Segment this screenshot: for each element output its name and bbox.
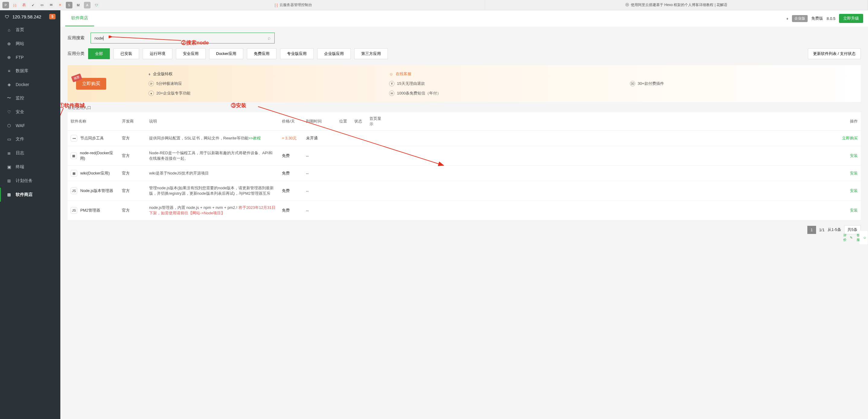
nav-item-5[interactable]: 〜监控: [0, 91, 60, 105]
software-name: 节点同步工具: [80, 136, 104, 141]
search-label: 应用搜索: [68, 35, 85, 41]
category-btn-7[interactable]: 企业版应用: [317, 48, 351, 59]
tab-icon-arrow[interactable]: ↙: [30, 2, 36, 8]
action-link[interactable]: 安装: [388, 146, 861, 166]
support-label-1[interactable]: 客服: [857, 233, 860, 242]
nav-item-10[interactable]: ▣终端: [0, 160, 60, 174]
topbar-tab-store[interactable]: 软件商店: [65, 10, 94, 26]
search-input[interactable]: node: [94, 36, 103, 40]
desc-cell: node.js管理器，内置 node.js + npm + nvm + pm2.…: [146, 201, 279, 220]
nav-label: 计划任务: [16, 178, 33, 183]
action-link[interactable]: 安装: [388, 181, 861, 201]
category-btn-0[interactable]: 全部: [88, 48, 110, 59]
tab-icon-a[interactable]: A: [84, 2, 91, 8]
nav-label: 文件: [16, 137, 24, 142]
topbar: 软件商店 ♦ 企业版 免费版 8.0.5 立即升级: [60, 10, 868, 27]
upgrade-button[interactable]: 立即升级: [839, 14, 863, 23]
tab-icon-yi[interactable]: 易: [21, 2, 27, 8]
tab-icon-5[interactable]: 5: [66, 2, 72, 8]
nav-label: 终端: [16, 164, 24, 170]
software-icon: ▦: [71, 152, 77, 159]
promo-item-5: ✉1000条免费短信（年付）: [389, 91, 612, 96]
table-row: JSPM2管理器 官方 node.js管理器，内置 node.js + npm …: [68, 201, 861, 220]
th-2: 说明: [146, 112, 279, 131]
browser-tab-bar: P [·] 易 ↙ ▭ ✉ ☀ 5 M A 🛡 [·] 云服务器管理控制台 Ⓗ …: [0, 0, 868, 10]
nav-item-9[interactable]: ≣日志: [0, 146, 60, 160]
nav-item-8[interactable]: ▭文件: [0, 132, 60, 146]
table-row: ⊶节点同步工具 官方 提供同步网站配置，SSL证书，网站文件，Rewrite等功…: [68, 131, 861, 146]
action-link[interactable]: 安装: [388, 166, 861, 181]
expire-cell: --: [303, 146, 336, 166]
desc-cell: Node-RED是一个编程工具，用于以新颖有趣的方式将硬件设备、API和在线服务…: [146, 146, 279, 166]
price-cell: ≈ 3.30元: [279, 131, 303, 146]
category-btn-8[interactable]: 第三方应用: [354, 48, 388, 59]
nav-label: FTP: [16, 55, 24, 60]
software-name: node-red(Docker应用): [80, 150, 116, 161]
category-btn-1[interactable]: 已安装: [114, 48, 139, 59]
nav-icon: ⌂: [7, 27, 11, 32]
nav-label: Docker: [16, 82, 29, 87]
sidebar-ip: 120.79.58.242: [12, 14, 41, 19]
category-btn-6[interactable]: 专业版应用: [280, 48, 314, 59]
nav-item-7[interactable]: ⬡WAF: [0, 119, 60, 132]
tab-icon-sun[interactable]: ☀: [57, 2, 63, 8]
pagination: 1 1/1 从1-5条 共5条: [68, 225, 861, 234]
nav-item-4[interactable]: ◈Docker: [0, 78, 60, 91]
category-label: 应用分类: [68, 51, 85, 56]
promo-head-2[interactable]: ☺在线客服: [389, 71, 612, 77]
category-btn-3[interactable]: 安全应用: [176, 48, 206, 59]
action-link[interactable]: 立即购买: [388, 131, 861, 146]
tab-icons-row: P [·] 易 ↙ ▭ ✉ ☀ 5 M A 🛡: [0, 2, 102, 8]
browser-tab-2-label: 使用阿里云搭建基于 Hexo 框架的个人博客详细教程 | 花解语: [631, 2, 727, 7]
category-btn-2[interactable]: 运行环境: [143, 48, 172, 59]
category-btn-4[interactable]: Docker应用: [209, 48, 243, 59]
side-support-panel[interactable]: ☺ 客服 ✎ 评价: [859, 230, 868, 245]
tab-icon-m[interactable]: M: [75, 2, 82, 8]
browser-tab-2[interactable]: Ⓗ 使用阿里云搭建基于 Hexo 框架的个人博客详细教程 | 花解语: [485, 0, 868, 10]
table-row: ▦node-red(Docker应用) 官方 Node-RED是一个编程工具，用…: [68, 146, 861, 166]
support-label-2[interactable]: 评价: [843, 233, 846, 242]
nav-label: 安全: [16, 109, 24, 115]
search-icon[interactable]: ⌕: [268, 35, 271, 41]
nav-item-1[interactable]: ⊕网站: [0, 37, 60, 51]
action-link[interactable]: 安装: [388, 201, 861, 220]
dev-cell: 官方: [119, 131, 146, 146]
promo-banner: 推荐 立即购买 ♦企业版特权 ☺在线客服 ⟳5分钟极速响应 ¥15天无理由退款 …: [68, 65, 861, 102]
nav-item-12[interactable]: ⊞软件商店: [0, 188, 60, 202]
tab-icon-tv[interactable]: ▭: [39, 2, 45, 8]
desc-link[interactable]: >>教程: [248, 136, 261, 140]
browser-tab-1[interactable]: [·] 云服务器管理控制台: [102, 0, 485, 10]
nav-item-0[interactable]: ⌂首页: [0, 23, 60, 37]
arrow-1: [60, 107, 66, 191]
category-btn-5[interactable]: 免费应用: [247, 48, 276, 59]
promo-buy-button[interactable]: 推荐 立即购买: [76, 78, 106, 90]
nav-item-6[interactable]: ♡安全: [0, 105, 60, 119]
nav-item-3[interactable]: ≡数据库: [0, 64, 60, 78]
expire-cell: 未开通: [303, 131, 336, 146]
tab-icon-bracket[interactable]: [·]: [11, 2, 18, 8]
nav-item-2[interactable]: ⊕FTP: [0, 51, 60, 64]
search-box[interactable]: node ⌕: [91, 33, 275, 43]
nav-item-11[interactable]: ⊞计划任务: [0, 174, 60, 188]
nav-label: WAF: [16, 123, 25, 128]
svg-line-3: [60, 108, 63, 188]
software-name: PM2管理器: [80, 208, 100, 213]
update-list-button[interactable]: 更新软件列表 / 支付状态: [808, 48, 861, 59]
page-1-button[interactable]: 1: [807, 226, 816, 234]
category-row: 应用分类 全部已安装运行环境安全应用Docker应用免费应用专业版应用企业版应用…: [68, 48, 861, 59]
sidebar: 🛡 120.79.58.242 5 ⌂首页⊕网站⊕FTP≡数据库◈Docker〜…: [0, 10, 60, 419]
tab-icon-p[interactable]: P: [2, 2, 9, 8]
edit-icon: ✎: [849, 233, 854, 242]
tab-icon-mail[interactable]: ✉: [48, 2, 54, 8]
bracket-icon: [·]: [275, 3, 278, 7]
promo-item-4: ♦20+企业版专享功能: [149, 91, 371, 96]
expire-cell: --: [303, 201, 336, 220]
nav-label: 首页: [16, 27, 24, 33]
expire-cell: --: [303, 166, 336, 181]
page-total: 1/1: [819, 228, 825, 232]
tab-icon-shield[interactable]: 🛡: [93, 2, 100, 8]
enterprise-badge[interactable]: 企业版: [792, 15, 808, 22]
th-1: 开发商: [119, 112, 146, 131]
shield-icon: 🛡: [5, 14, 9, 19]
sidebar-badge[interactable]: 5: [49, 14, 56, 19]
